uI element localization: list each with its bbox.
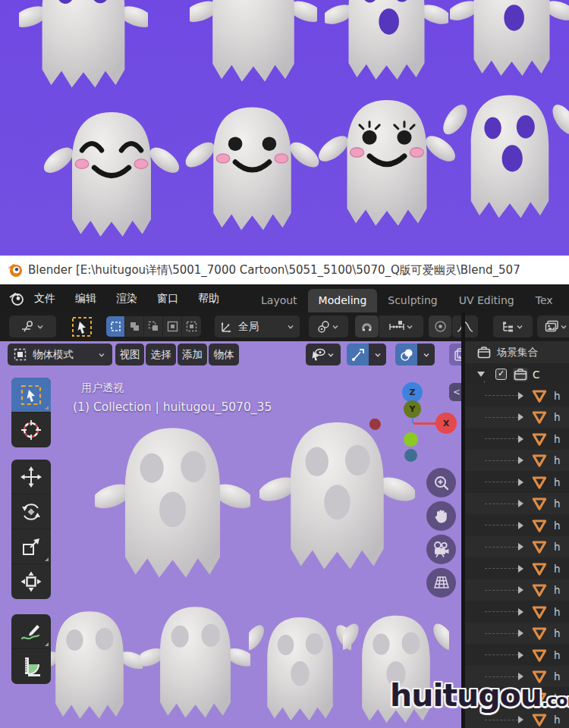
mesh-icon xyxy=(531,561,548,576)
tool-group-annotate xyxy=(11,614,51,684)
outliner-object-row[interactable]: h xyxy=(465,644,569,666)
tool-scale[interactable] xyxy=(11,529,51,564)
workspace-tab-modeling[interactable]: Modeling xyxy=(308,289,378,312)
outliner-panel[interactable]: 场景集合 ✓ C hhhhhhhhhhhhhhhh xyxy=(465,341,569,728)
tool-transform[interactable] xyxy=(11,564,51,599)
tool-cursor[interactable] xyxy=(11,413,51,447)
active-tool-dropdown[interactable] xyxy=(9,315,56,337)
outliner-object-row[interactable]: h xyxy=(465,623,569,645)
outliner-object-row[interactable]: h xyxy=(465,450,569,472)
select-mode-set[interactable] xyxy=(106,316,125,337)
falloff-dropdown[interactable] xyxy=(452,315,478,337)
expand-icon[interactable] xyxy=(518,435,523,443)
active-tool-button[interactable] xyxy=(67,315,97,337)
select-mode-subtract[interactable] xyxy=(144,316,163,337)
workspace-tab-layout[interactable]: Layout xyxy=(250,289,308,312)
collection-checkbox[interactable]: ✓ xyxy=(495,369,507,380)
outliner-display-mode-dropdown[interactable] xyxy=(493,315,533,337)
select-mode-intersect[interactable] xyxy=(182,316,201,337)
workspace-tab-tex[interactable]: Tex xyxy=(525,289,564,312)
tool-measure[interactable] xyxy=(11,649,51,684)
outliner-object-row[interactable]: h xyxy=(465,428,569,450)
expand-icon[interactable] xyxy=(518,500,523,507)
collection-icon xyxy=(477,347,491,359)
render-preview-image xyxy=(0,0,569,256)
axis-x-ball[interactable]: X xyxy=(435,413,457,434)
navigation-gizmo[interactable]: Z Y X xyxy=(364,379,461,466)
mesh-icon xyxy=(531,410,548,425)
sidebar-collapse-tab[interactable]: < xyxy=(449,383,461,401)
axis-x-neg-ball[interactable] xyxy=(369,419,380,429)
outliner-object-row[interactable]: h xyxy=(465,579,569,601)
tool-annotate[interactable] xyxy=(11,614,51,649)
expand-icon[interactable] xyxy=(518,457,523,464)
expand-icon[interactable] xyxy=(518,716,523,723)
toggle-ortho-button[interactable] xyxy=(426,568,456,598)
expand-icon[interactable] xyxy=(477,372,485,377)
chevron-down-icon xyxy=(561,324,567,330)
outliner-object-row[interactable]: h xyxy=(465,384,569,406)
axis-y-ball[interactable]: Y xyxy=(404,400,421,418)
axis-y-neg-ball[interactable] xyxy=(404,432,418,447)
collection-name: C xyxy=(533,369,539,381)
ghost-mesh xyxy=(95,412,250,601)
menu-4[interactable]: 帮助 xyxy=(188,292,229,306)
workspace-tab-uv-editing[interactable]: UV Editing xyxy=(448,289,525,312)
expand-icon[interactable] xyxy=(518,651,523,659)
expand-icon[interactable] xyxy=(518,522,523,529)
outliner-object-row[interactable]: h xyxy=(465,601,569,623)
outliner-filter-dropdown[interactable] xyxy=(537,315,569,337)
transform-orientation-dropdown[interactable]: 全局 xyxy=(215,315,300,337)
outliner-object-row[interactable]: h xyxy=(465,493,569,515)
zoom-button[interactable] xyxy=(426,468,456,497)
outliner-object-row[interactable]: h xyxy=(465,557,569,579)
snap-toggle-button[interactable] xyxy=(355,315,379,337)
3d-viewport[interactable]: 物体模式 视图选择添加物体 用户透视 xyxy=(0,341,461,728)
object-name: h xyxy=(554,714,561,726)
pivot-point-dropdown[interactable] xyxy=(309,315,348,337)
outliner-object-row[interactable]: h xyxy=(465,514,569,536)
expand-icon[interactable] xyxy=(518,565,523,573)
ghost-mesh xyxy=(190,0,317,103)
mesh-icon xyxy=(531,431,548,447)
mesh-icon xyxy=(531,626,548,641)
expand-icon[interactable] xyxy=(518,543,523,551)
object-name: h xyxy=(554,563,561,575)
menu-1[interactable]: 编辑 xyxy=(65,292,106,306)
outliner-object-row[interactable]: h xyxy=(465,536,569,558)
mesh-icon xyxy=(531,648,548,663)
camera-view-button[interactable] xyxy=(426,535,456,564)
ghost-mesh xyxy=(36,590,143,728)
object-name: h xyxy=(554,411,561,423)
expand-icon[interactable] xyxy=(518,479,523,486)
ghost-mesh xyxy=(450,0,569,95)
menu-0[interactable]: 文件 xyxy=(24,292,65,306)
tool-select-box[interactable] xyxy=(11,378,51,413)
outliner-object-row[interactable]: h xyxy=(465,471,569,493)
orientation-label: 全局 xyxy=(238,320,259,334)
expand-icon[interactable] xyxy=(518,608,523,616)
collection-row[interactable]: ✓ C xyxy=(465,363,569,385)
pan-button[interactable] xyxy=(426,501,456,531)
mesh-icon xyxy=(531,539,548,554)
mesh-icon xyxy=(531,518,548,533)
proportional-edit-toggle[interactable] xyxy=(429,315,451,337)
expand-icon[interactable] xyxy=(518,392,523,400)
workspace-tab-sculpting[interactable]: Sculpting xyxy=(377,289,448,312)
menu-3[interactable]: 窗口 xyxy=(147,292,188,306)
axis-z-ball[interactable]: Z xyxy=(402,382,423,403)
scene-collection-row[interactable]: 场景集合 xyxy=(465,341,569,363)
expand-icon[interactable] xyxy=(518,586,523,594)
expand-icon[interactable] xyxy=(518,413,523,421)
snap-target-dropdown[interactable] xyxy=(379,315,423,337)
select-mode-extend[interactable] xyxy=(125,316,144,337)
tool-rotate[interactable] xyxy=(11,494,51,529)
blender-menu-icon[interactable] xyxy=(8,290,24,307)
outliner-object-row[interactable]: h xyxy=(465,406,569,428)
menu-2[interactable]: 渲染 xyxy=(106,292,147,306)
select-mode-invert[interactable] xyxy=(163,316,182,337)
axis-z-neg-ball[interactable] xyxy=(404,449,417,462)
ghost-mesh xyxy=(325,0,448,99)
tool-move[interactable] xyxy=(11,460,51,494)
expand-icon[interactable] xyxy=(518,629,523,637)
